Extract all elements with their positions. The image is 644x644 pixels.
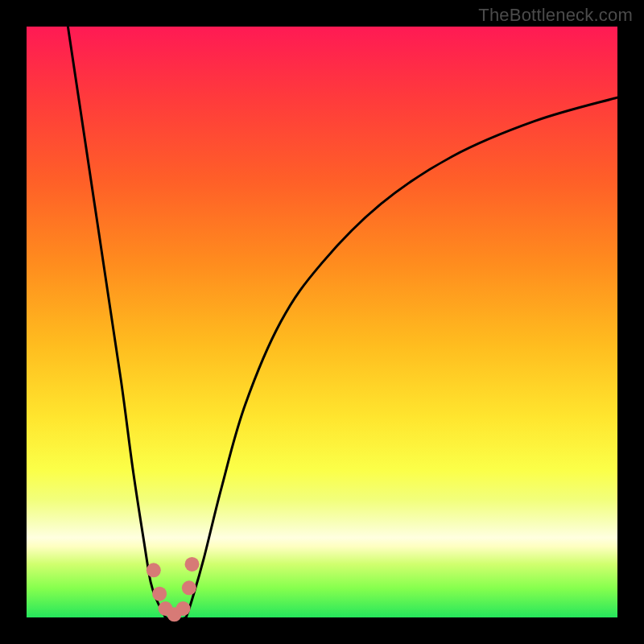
data-marker xyxy=(185,557,200,572)
marker-layer xyxy=(27,27,617,617)
data-marker xyxy=(182,580,196,595)
data-marker xyxy=(176,601,191,616)
data-marker xyxy=(147,563,161,577)
data-marker xyxy=(152,587,167,601)
marker-group xyxy=(147,557,200,621)
watermark-text: TheBottleneck.com xyxy=(478,5,633,26)
plot-area xyxy=(27,27,617,617)
chart-frame: TheBottleneck.com xyxy=(0,0,644,644)
